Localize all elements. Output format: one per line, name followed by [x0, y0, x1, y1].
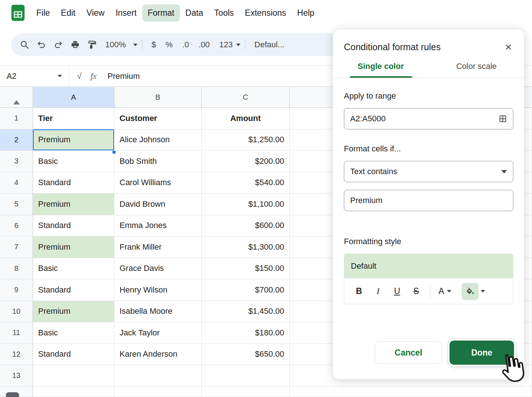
- range-input-field[interactable]: [350, 114, 499, 124]
- cell-b11[interactable]: Jack Taylor: [114, 322, 202, 344]
- cell-a14[interactable]: [33, 387, 114, 397]
- cell-a2-selected[interactable]: Premium: [33, 129, 114, 151]
- cell-b5[interactable]: David Brown: [114, 194, 202, 215]
- select-all-corner[interactable]: [0, 87, 33, 108]
- row-header[interactable]: 1: [0, 108, 33, 129]
- cell-c2[interactable]: $1,250.00: [202, 129, 290, 151]
- cell-b2[interactable]: Alice Johnson: [114, 129, 202, 151]
- row-header[interactable]: 6: [0, 215, 33, 237]
- paint-format-icon[interactable]: [84, 36, 100, 53]
- zoom-control[interactable]: 100%: [100, 40, 137, 49]
- close-icon[interactable]: ×: [503, 41, 514, 53]
- text-color-button[interactable]: A: [435, 282, 455, 301]
- menu-edit[interactable]: Edit: [55, 4, 81, 22]
- menu-data[interactable]: Data: [180, 4, 209, 22]
- menu-file[interactable]: File: [31, 4, 55, 22]
- cell-a8[interactable]: Basic: [33, 258, 114, 280]
- column-header-b[interactable]: B: [114, 87, 202, 108]
- menu-extensions[interactable]: Extensions: [239, 4, 292, 22]
- decrease-decimal-button[interactable]: .0: [177, 40, 194, 49]
- name-box[interactable]: A2: [0, 66, 69, 87]
- condition-text-input[interactable]: [344, 190, 513, 211]
- cell-b7[interactable]: Frank Miller: [114, 236, 202, 258]
- undo-icon[interactable]: [33, 36, 50, 53]
- menu-help[interactable]: Help: [291, 4, 320, 22]
- cell-b8[interactable]: Grace Davis: [114, 258, 202, 280]
- condition-text-field[interactable]: [350, 196, 507, 205]
- row-header[interactable]: 9: [0, 279, 33, 301]
- row-header[interactable]: 10: [0, 301, 33, 323]
- cell-a3[interactable]: Basic: [33, 151, 114, 172]
- row-header[interactable]: 3: [0, 151, 33, 172]
- cell-c8[interactable]: $150.00: [202, 258, 290, 280]
- fill-handle[interactable]: [112, 150, 116, 154]
- cell-b1[interactable]: Customer: [114, 108, 202, 129]
- menu-view[interactable]: View: [81, 4, 110, 22]
- cell-c1[interactable]: Amount: [202, 108, 290, 129]
- cell-b10[interactable]: Isabella Moore: [114, 301, 202, 323]
- cell-c14[interactable]: [202, 387, 290, 397]
- cell-b12[interactable]: Karen Anderson: [114, 344, 202, 365]
- cell-b4[interactable]: Carol Williams: [114, 172, 202, 194]
- print-icon[interactable]: [67, 36, 84, 53]
- format-currency-button[interactable]: $: [147, 40, 161, 49]
- search-icon[interactable]: [16, 36, 33, 53]
- cell-b6[interactable]: Emma Jones: [114, 215, 202, 237]
- increase-decimal-button[interactable]: .00: [194, 40, 214, 49]
- cell-a5[interactable]: Premium: [33, 194, 114, 215]
- cancel-button[interactable]: Cancel: [375, 341, 442, 364]
- cell-a4[interactable]: Standard: [33, 172, 114, 194]
- cell-b13[interactable]: [114, 365, 202, 387]
- cell-a1[interactable]: Tier: [33, 108, 114, 129]
- menu-format[interactable]: Format: [142, 4, 180, 22]
- tab-color-scale[interactable]: Color scale: [429, 62, 524, 78]
- cell-a11[interactable]: Basic: [33, 322, 114, 344]
- italic-button[interactable]: I: [368, 282, 388, 301]
- underline-button[interactable]: U: [388, 282, 407, 301]
- cell-a10[interactable]: Premium: [33, 301, 114, 323]
- cell-b9[interactable]: Henry Wilson: [114, 279, 202, 301]
- cell-c3[interactable]: $200.00: [202, 151, 290, 172]
- cell-a7[interactable]: Premium: [33, 236, 114, 258]
- cell-c6[interactable]: $600.00: [202, 215, 290, 237]
- font-selector[interactable]: Defaul...: [250, 40, 289, 49]
- cell-c11[interactable]: $180.00: [202, 322, 290, 344]
- row-header[interactable]: 5: [0, 194, 33, 215]
- cell-a12[interactable]: Standard: [33, 344, 114, 365]
- cell-d14[interactable]: [290, 387, 532, 397]
- bold-button[interactable]: B: [349, 282, 368, 301]
- cell-b14[interactable]: [114, 387, 202, 397]
- condition-select[interactable]: Text contains: [344, 161, 513, 182]
- cell-c5[interactable]: $1,100.00: [202, 194, 290, 215]
- cell-a6[interactable]: Standard: [33, 215, 114, 237]
- cell-c9[interactable]: $700.00: [202, 279, 290, 301]
- cell-c13[interactable]: [202, 365, 290, 387]
- row-header[interactable]: 13: [0, 365, 33, 387]
- cell-b3[interactable]: Bob Smith: [114, 151, 202, 172]
- row-header[interactable]: 2: [0, 129, 33, 151]
- row-header[interactable]: 7: [0, 236, 33, 258]
- menu-tools[interactable]: Tools: [209, 4, 239, 22]
- row-header[interactable]: 4: [0, 172, 33, 194]
- column-header-a[interactable]: A: [33, 87, 114, 108]
- menu-insert[interactable]: Insert: [110, 4, 142, 22]
- cell-a13[interactable]: [33, 365, 114, 387]
- formula-input[interactable]: Premium: [107, 71, 140, 81]
- format-percent-button[interactable]: %: [161, 40, 178, 49]
- cell-c4[interactable]: $540.00: [202, 172, 290, 194]
- more-number-formats-button[interactable]: 123: [214, 40, 241, 49]
- cell-c7[interactable]: $1,300.00: [202, 236, 290, 258]
- row-header[interactable]: 8: [0, 258, 33, 280]
- sheets-logo-icon[interactable]: [11, 4, 25, 21]
- row-header[interactable]: 12: [0, 344, 33, 365]
- fill-color-button[interactable]: [462, 283, 478, 300]
- range-input[interactable]: [344, 108, 513, 129]
- strikethrough-button[interactable]: S: [407, 282, 426, 301]
- column-header-c[interactable]: C: [202, 87, 290, 108]
- tab-single-color[interactable]: Single color: [333, 62, 429, 78]
- row-header[interactable]: 11: [0, 322, 33, 344]
- cell-c12[interactable]: $650.00: [202, 344, 290, 365]
- cell-a9[interactable]: Standard: [33, 279, 114, 301]
- redo-icon[interactable]: [50, 36, 67, 53]
- select-range-grid-icon[interactable]: [499, 114, 507, 123]
